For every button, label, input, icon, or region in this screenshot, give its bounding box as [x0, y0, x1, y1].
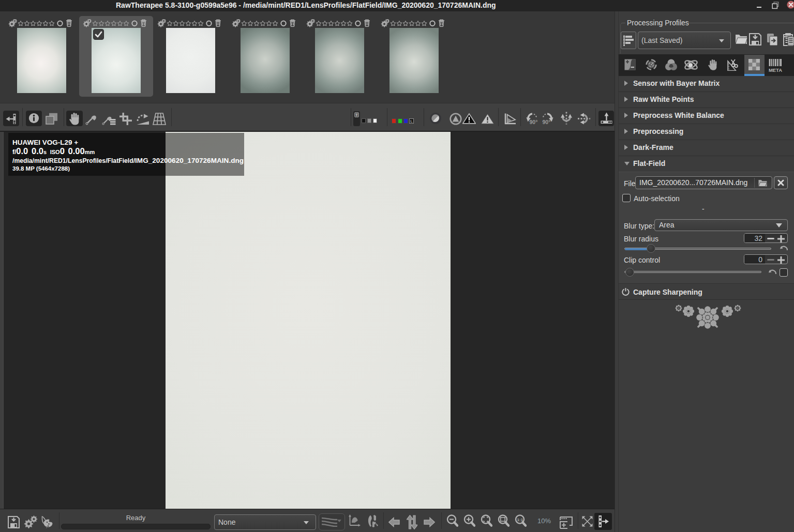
svg-text:META: META — [769, 67, 782, 73]
svg-text:1:1: 1:1 — [517, 518, 523, 522]
svg-text:90°: 90° — [543, 119, 551, 125]
svg-text:90°: 90° — [530, 119, 538, 125]
